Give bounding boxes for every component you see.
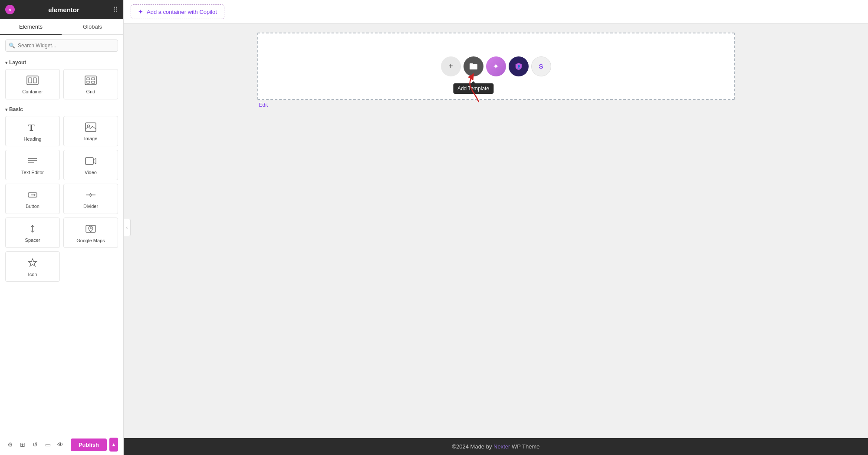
- image-icon: [85, 122, 96, 133]
- fab-s-button[interactable]: S: [531, 56, 551, 76]
- fab-shield-button[interactable]: 👤: [509, 56, 529, 76]
- svg-point-10: [88, 125, 90, 127]
- svg-point-21: [90, 228, 92, 229]
- footer-bar: ©2024 Made by Nexter WP Theme: [124, 438, 868, 455]
- widget-text-editor[interactable]: Text Editor: [5, 150, 60, 180]
- text-editor-icon: [27, 156, 38, 167]
- section-layout-label: ▾ Layout: [0, 56, 123, 67]
- tab-globals[interactable]: Globals: [62, 19, 123, 35]
- collapse-panel-button[interactable]: ‹: [124, 219, 131, 236]
- heading-icon: T: [27, 122, 38, 134]
- divider-icon: [85, 190, 96, 201]
- publish-button[interactable]: Publish: [71, 439, 107, 451]
- search-container: 🔍: [0, 35, 123, 56]
- main-topbar: ✦ Add a container with Copilot: [124, 0, 868, 24]
- svg-rect-2: [33, 78, 36, 83]
- sidebar: e elementor ⠿ Elements Globals 🔍 ▾ Layou…: [0, 0, 124, 455]
- responsive-button[interactable]: ▭: [43, 438, 53, 452]
- svg-rect-4: [87, 78, 89, 80]
- copilot-icon: ✦: [138, 8, 143, 15]
- container-label: Container: [22, 89, 43, 94]
- edit-link[interactable]: Edit: [259, 102, 268, 108]
- footer-text-before: ©2024 Made by: [452, 443, 493, 450]
- google-maps-icon: [85, 224, 96, 235]
- layout-widget-grid: Container Grid: [0, 67, 123, 103]
- widget-icon[interactable]: Icon: [5, 251, 60, 282]
- grid-widget-icon: [85, 76, 97, 86]
- tab-elements[interactable]: Elements: [0, 19, 62, 35]
- widget-container[interactable]: Container: [5, 69, 60, 99]
- grid-icon[interactable]: ⠿: [113, 6, 118, 14]
- icon-label: Icon: [28, 272, 37, 277]
- layers-button[interactable]: ⊞: [18, 438, 28, 452]
- sidebar-tabs: Elements Globals: [0, 19, 123, 35]
- google-maps-label: Google Maps: [76, 238, 105, 243]
- widget-button[interactable]: Button: [5, 184, 60, 214]
- widget-spacer[interactable]: Spacer: [5, 218, 60, 248]
- spacer-icon: [27, 224, 38, 235]
- elementor-logo: e: [5, 5, 15, 14]
- svg-text:👤: 👤: [516, 65, 520, 69]
- tooltip-add-template: Add Template: [453, 83, 493, 94]
- video-label: Video: [85, 170, 97, 175]
- grid-label: Grid: [86, 89, 95, 94]
- basic-widget-grid: T Heading Image: [0, 114, 123, 285]
- image-label: Image: [84, 136, 98, 141]
- button-label: Button: [26, 204, 39, 209]
- video-icon: [85, 156, 96, 167]
- svg-rect-14: [85, 158, 93, 165]
- svg-rect-5: [92, 78, 95, 80]
- copilot-label: Add a container with Copilot: [147, 9, 217, 15]
- heading-label: Heading: [24, 136, 42, 142]
- svg-rect-1: [29, 78, 32, 83]
- sidebar-bottom-bar: ⚙ ⊞ ↺ ▭ 👁 Publish ▲: [0, 434, 123, 455]
- widget-google-maps[interactable]: Google Maps: [63, 218, 118, 248]
- container-icon: [26, 76, 39, 86]
- widget-heading[interactable]: T Heading: [5, 116, 60, 146]
- footer-text-after: WP Theme: [510, 443, 539, 450]
- svg-rect-9: [85, 123, 96, 132]
- chevron-icon: ▾: [5, 60, 7, 65]
- eye-button[interactable]: 👁: [56, 438, 66, 452]
- icon-widget-icon: [27, 257, 38, 269]
- canvas-area: + Add Template ✦ 👤 S: [124, 24, 868, 438]
- svg-rect-6: [87, 81, 89, 83]
- button-icon: [27, 190, 38, 201]
- fab-add-button[interactable]: +: [441, 56, 461, 76]
- search-input[interactable]: [5, 40, 118, 52]
- chevron-left-icon: ‹: [126, 225, 128, 230]
- fab-group: + Add Template ✦ 👤 S: [441, 56, 551, 76]
- search-icon: 🔍: [9, 43, 15, 49]
- section-basic-label: ▾ Basic: [0, 103, 123, 114]
- divider-label: Divider: [83, 204, 98, 209]
- fab-magic-button[interactable]: ✦: [486, 56, 506, 76]
- sidebar-title: elementor: [19, 6, 108, 13]
- svg-text:T: T: [28, 122, 35, 132]
- svg-rect-7: [92, 81, 95, 83]
- history-button[interactable]: ↺: [30, 438, 40, 452]
- chevron-icon-basic: ▾: [5, 107, 7, 112]
- widget-divider[interactable]: Divider: [63, 184, 118, 214]
- widget-grid[interactable]: Grid: [63, 69, 118, 99]
- spacer-label: Spacer: [25, 237, 40, 243]
- sidebar-header: e elementor ⠿: [0, 0, 123, 19]
- publish-chevron[interactable]: ▲: [109, 438, 118, 452]
- widget-image[interactable]: Image: [63, 116, 118, 146]
- main-area: ✦ Add a container with Copilot + Add Tem…: [124, 0, 868, 455]
- sidebar-body: 🔍 ▾ Layout Container: [0, 35, 123, 434]
- nexter-link[interactable]: Nexter: [493, 443, 510, 450]
- text-editor-label: Text Editor: [21, 170, 44, 175]
- fab-template-button[interactable]: [464, 56, 483, 76]
- copilot-button[interactable]: ✦ Add a container with Copilot: [131, 4, 224, 19]
- settings-button[interactable]: ⚙: [5, 438, 15, 452]
- widget-video[interactable]: Video: [63, 150, 118, 180]
- drop-container[interactable]: + Add Template ✦ 👤 S: [257, 33, 735, 100]
